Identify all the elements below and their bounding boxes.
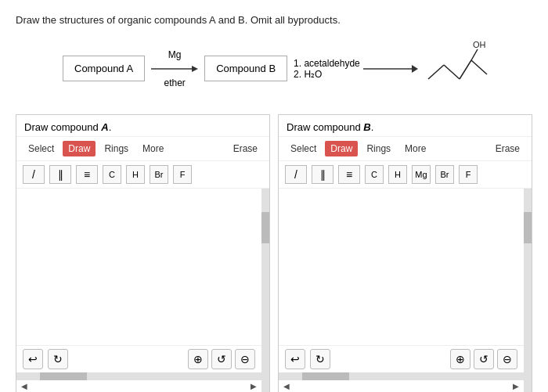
panel-b-hscroll-thumb bbox=[302, 372, 349, 380]
panel-b-zoom-out-btn[interactable]: ⊖ bbox=[497, 349, 517, 369]
panel-a-title-prefix: Draw compound bbox=[24, 121, 101, 133]
product-structure: OH bbox=[424, 40, 495, 97]
instructions: Draw the structures of organic compounds… bbox=[16, 14, 532, 26]
panel-a-hydrogen-btn[interactable]: H bbox=[126, 165, 145, 184]
svg-line-9 bbox=[471, 60, 487, 74]
panel-b-nav: ◀ ▶ bbox=[279, 380, 524, 392]
panel-b-footer-left: ↩ ↻ bbox=[285, 349, 330, 369]
panel-b-vscroll[interactable] bbox=[524, 189, 532, 392]
panel-a-bond-tools: / ∥ ≡ C H Br F bbox=[16, 161, 269, 189]
panel-a-single-bond[interactable]: / bbox=[23, 165, 45, 184]
compound-b-box: Compound B bbox=[204, 56, 287, 81]
panel-a-rings-btn[interactable]: Rings bbox=[99, 141, 134, 156]
panel-a-draw-btn[interactable]: Draw bbox=[63, 141, 96, 156]
arrow-svg bbox=[151, 62, 198, 76]
reagent-bottom: ether bbox=[164, 77, 185, 88]
page: Draw the structures of organic compounds… bbox=[0, 0, 548, 392]
panel-b-footer-right: ⊕ ↺ ⊖ bbox=[450, 349, 517, 369]
panels-row: Draw compound A. Select Draw Rings More … bbox=[16, 114, 532, 392]
panel-b-fluorine-btn[interactable]: F bbox=[459, 165, 478, 184]
panel-b-title-bold: B bbox=[363, 121, 370, 133]
panel-b-zoom-reset-btn[interactable]: ↺ bbox=[474, 349, 494, 369]
panel-b-draw-btn[interactable]: Draw bbox=[325, 141, 358, 156]
panel-b-title-prefix: Draw compound bbox=[287, 121, 363, 133]
product-svg: OH bbox=[424, 40, 495, 95]
reagent-top: Mg bbox=[168, 49, 182, 60]
panel-a-select-btn[interactable]: Select bbox=[23, 141, 59, 156]
panel-b-zoom-in-btn[interactable]: ⊕ bbox=[450, 349, 470, 369]
panel-a-redo-btn[interactable]: ↻ bbox=[48, 349, 68, 369]
panel-a-double-bond[interactable]: ∥ bbox=[49, 165, 71, 184]
panel-a-footer: ↩ ↻ ⊕ ↺ ⊖ bbox=[16, 345, 261, 372]
panel-b-hydrogen-btn[interactable]: H bbox=[388, 165, 407, 184]
panel-a-footer-right: ⊕ ↺ ⊖ bbox=[188, 349, 255, 369]
panel-b-erase-btn[interactable]: Erase bbox=[490, 141, 525, 156]
panel-a-fluorine-btn[interactable]: F bbox=[173, 165, 192, 184]
panel-a-nav-left[interactable]: ◀ bbox=[20, 380, 29, 392]
draw-panel-b: Draw compound B. Select Draw Rings More … bbox=[278, 114, 532, 392]
mg-ether-arrow: Mg ether bbox=[151, 49, 198, 88]
panel-b-more-btn[interactable]: More bbox=[399, 141, 431, 156]
step2: 2. H₂O bbox=[294, 69, 360, 80]
panel-a-main: ↩ ↻ ⊕ ↺ ⊖ ◀ ▶ bbox=[16, 189, 261, 392]
panel-b-main: ↩ ↻ ⊕ ↺ ⊖ ◀ ▶ bbox=[279, 189, 524, 392]
panel-b-triple-bond[interactable]: ≡ bbox=[338, 165, 360, 184]
svg-line-8 bbox=[460, 60, 471, 79]
panel-b-title-suffix: . bbox=[371, 121, 374, 133]
svg-marker-1 bbox=[192, 66, 198, 72]
panel-b-draw-area[interactable] bbox=[279, 189, 524, 345]
panel-a-vscroll-thumb bbox=[261, 212, 269, 243]
panel-b-magnesium-btn[interactable]: Mg bbox=[412, 165, 431, 184]
panel-a-erase-btn[interactable]: Erase bbox=[228, 141, 263, 156]
panel-a-more-btn[interactable]: More bbox=[137, 141, 169, 156]
panel-a-bromine-btn[interactable]: Br bbox=[150, 165, 168, 184]
panel-b-undo-btn[interactable]: ↩ bbox=[285, 349, 305, 369]
svg-text:OH: OH bbox=[473, 40, 486, 49]
panel-a-zoom-in-btn[interactable]: ⊕ bbox=[188, 349, 208, 369]
step1: 1. acetaldehyde bbox=[294, 58, 360, 69]
panel-a-zoom-out-btn[interactable]: ⊖ bbox=[235, 349, 255, 369]
panel-b-select-btn[interactable]: Select bbox=[285, 141, 322, 156]
panel-b-nav-right[interactable]: ▶ bbox=[511, 380, 521, 392]
compound-b-label: Compound B bbox=[216, 63, 276, 74]
panel-a-footer-left: ↩ ↻ bbox=[23, 349, 68, 369]
panel-b-title: Draw compound B. bbox=[279, 115, 532, 137]
panel-a-nav-right[interactable]: ▶ bbox=[249, 380, 258, 392]
svg-line-6 bbox=[428, 65, 444, 79]
draw-panel-a: Draw compound A. Select Draw Rings More … bbox=[16, 114, 270, 392]
panel-a-triple-bond[interactable]: ≡ bbox=[76, 165, 98, 184]
panel-b-bond-tools: / ∥ ≡ C H Mg Br F bbox=[279, 161, 532, 189]
panel-b-nav-left[interactable]: ◀ bbox=[282, 380, 291, 392]
panel-a-title: Draw compound A. bbox=[16, 115, 269, 137]
svg-line-5 bbox=[471, 49, 478, 60]
panel-a-hscroll[interactable] bbox=[16, 372, 261, 380]
panel-a-toolbar: Select Draw Rings More Erase bbox=[16, 137, 269, 161]
panel-b-footer: ↩ ↻ ⊕ ↺ ⊖ bbox=[279, 345, 524, 372]
panel-b-toolbar: Select Draw Rings More Erase bbox=[279, 137, 532, 161]
panel-b-body: ↩ ↻ ⊕ ↺ ⊖ ◀ ▶ bbox=[279, 189, 532, 392]
panel-b-bromine-btn[interactable]: Br bbox=[435, 165, 454, 184]
reaction-steps: 1. acetaldehyde 2. H₂O bbox=[294, 58, 360, 80]
panel-b-redo-btn[interactable]: ↻ bbox=[310, 349, 330, 369]
product-arrow bbox=[363, 59, 418, 78]
panel-b-carbon-btn[interactable]: C bbox=[365, 165, 384, 184]
compound-a-label: Compound A bbox=[74, 63, 133, 74]
panel-a-carbon-btn[interactable]: C bbox=[103, 165, 121, 184]
panel-a-vscroll[interactable] bbox=[261, 189, 269, 392]
panel-a-hscroll-thumb bbox=[40, 372, 87, 380]
compound-a-box: Compound A bbox=[63, 56, 145, 81]
panel-a-title-bold: A bbox=[101, 121, 108, 133]
svg-marker-3 bbox=[412, 65, 418, 73]
reaction-row: Compound A Mg ether Compound B 1. acetal… bbox=[63, 40, 532, 97]
panel-b-rings-btn[interactable]: Rings bbox=[361, 141, 396, 156]
panel-b-single-bond[interactable]: / bbox=[285, 165, 307, 184]
panel-a-body: ↩ ↻ ⊕ ↺ ⊖ ◀ ▶ bbox=[16, 189, 269, 392]
panel-a-zoom-reset-btn[interactable]: ↺ bbox=[211, 349, 232, 369]
panel-b-hscroll[interactable] bbox=[279, 372, 524, 380]
panel-b-vscroll-thumb bbox=[524, 212, 532, 243]
panel-b-double-bond[interactable]: ∥ bbox=[312, 165, 333, 184]
panel-a-undo-btn[interactable]: ↩ bbox=[23, 349, 43, 369]
panel-a-title-suffix: . bbox=[109, 121, 112, 133]
panel-a-draw-area[interactable] bbox=[16, 189, 261, 345]
panel-a-nav: ◀ ▶ bbox=[16, 380, 261, 392]
